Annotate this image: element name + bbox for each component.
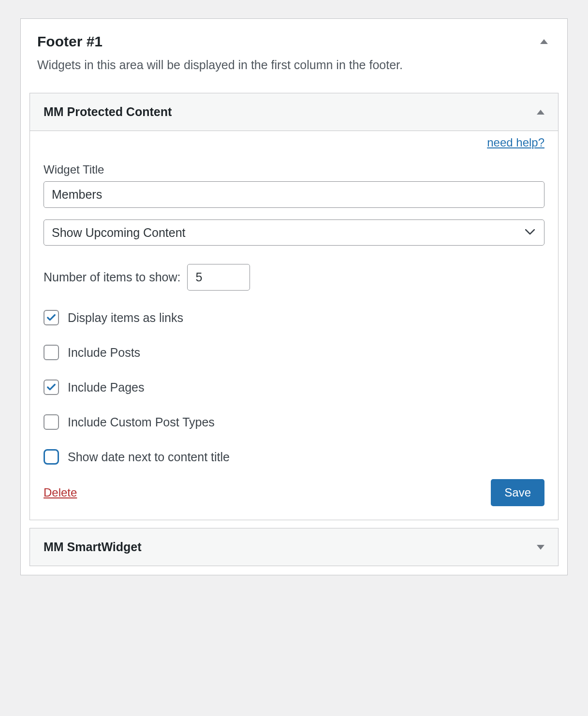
check-icon <box>46 312 57 323</box>
include-cpt-checkbox[interactable] <box>44 414 59 430</box>
check-icon <box>46 382 57 393</box>
chevron-up-icon <box>540 39 548 44</box>
check-show-date-row: Show date next to content title <box>44 449 544 465</box>
include-pages-label[interactable]: Include Pages <box>68 380 144 395</box>
delete-link[interactable]: Delete <box>44 486 77 499</box>
widget-mm-smartwidget: MM SmartWidget <box>29 528 559 566</box>
widget-title-field: Widget Title <box>44 163 544 208</box>
panel-collapse-toggle[interactable] <box>537 34 551 49</box>
chevron-down-icon <box>537 545 544 550</box>
check-include-cpt-row: Include Custom Post Types <box>44 414 544 430</box>
need-help-link[interactable]: need help? <box>487 136 544 149</box>
check-display-links-row: Display items as links <box>44 310 544 325</box>
num-items-label: Number of items to show: <box>44 270 180 284</box>
check-include-pages-row: Include Pages <box>44 380 544 395</box>
show-date-checkbox[interactable] <box>44 449 59 465</box>
check-include-posts-row: Include Posts <box>44 345 544 360</box>
widget-title: MM Protected Content <box>44 105 172 119</box>
content-select-wrap: Show Upcoming Content <box>44 219 544 246</box>
widget-actions: Delete Save <box>44 479 544 506</box>
widget-title-input[interactable] <box>44 181 544 208</box>
widget-title-label: Widget Title <box>44 163 544 176</box>
content-mode-select[interactable]: Show Upcoming Content <box>44 219 544 246</box>
display-links-label[interactable]: Display items as links <box>68 311 183 325</box>
include-posts-checkbox[interactable] <box>44 345 59 360</box>
panel-description: Widgets in this area will be displayed i… <box>37 57 551 73</box>
widget-title: MM SmartWidget <box>44 540 142 554</box>
chevron-up-icon <box>537 110 544 115</box>
panel-header: Footer #1 Widgets in this area will be d… <box>21 19 567 85</box>
num-items-input[interactable] <box>187 264 250 291</box>
include-cpt-label[interactable]: Include Custom Post Types <box>68 415 215 429</box>
save-button[interactable]: Save <box>491 479 544 506</box>
include-posts-label[interactable]: Include Posts <box>68 346 140 360</box>
panel-title-row: Footer #1 <box>37 33 551 50</box>
widget-header[interactable]: MM Protected Content <box>30 93 558 131</box>
show-date-label[interactable]: Show date next to content title <box>68 450 230 464</box>
display-links-checkbox[interactable] <box>44 310 59 325</box>
widget-mm-protected-content: MM Protected Content need help? Widget T… <box>29 93 559 520</box>
widget-list: MM Protected Content need help? Widget T… <box>21 93 567 575</box>
panel-title: Footer #1 <box>37 33 103 50</box>
include-pages-checkbox[interactable] <box>44 380 59 395</box>
widget-body: need help? Widget Title Show Upcoming Co… <box>30 131 558 520</box>
widget-area-panel: Footer #1 Widgets in this area will be d… <box>20 18 568 575</box>
num-items-row: Number of items to show: <box>44 264 544 291</box>
help-row: need help? <box>44 131 544 149</box>
widget-header[interactable]: MM SmartWidget <box>30 528 558 566</box>
